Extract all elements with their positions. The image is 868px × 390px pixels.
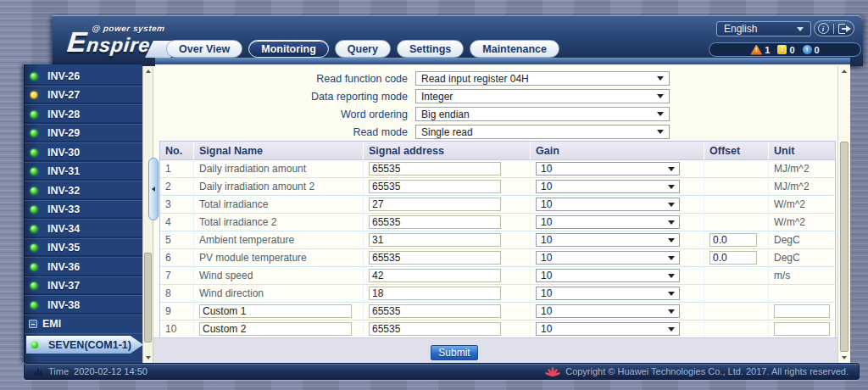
- col-header-no: No.: [160, 142, 194, 160]
- table-row: 5 Ambient temperature 10 DegC: [160, 231, 835, 249]
- language-label: English: [724, 23, 757, 35]
- row-number: 7: [165, 270, 171, 281]
- form-label: Read mode: [153, 126, 408, 138]
- sidebar-group-emi[interactable]: EMI: [25, 315, 142, 334]
- logout-icon[interactable]: [838, 24, 851, 34]
- gain-select[interactable]: 10: [536, 198, 680, 211]
- read-function-code-select[interactable]: Read input register 04H: [415, 71, 670, 86]
- sidebar-item-inv-29[interactable]: INV-29: [25, 125, 142, 144]
- sidebar-collapse-handle[interactable]: [148, 158, 159, 220]
- gain-select[interactable]: 10: [536, 180, 680, 193]
- read-mode-select[interactable]: Single read: [415, 125, 670, 139]
- signal-address-input[interactable]: [369, 198, 501, 211]
- main-scrollbar[interactable]: [837, 66, 850, 363]
- signal-address-input[interactable]: [369, 162, 501, 176]
- time-section: Time 2020-02-12 14:50: [35, 366, 147, 376]
- signal-name-input[interactable]: [199, 304, 352, 318]
- col-header-gain: Gain: [531, 142, 704, 160]
- unit-input[interactable]: [774, 304, 830, 318]
- info-icon[interactable]: i: [818, 23, 829, 34]
- unit-text: MJ/m^2: [774, 163, 810, 175]
- unit-text: DegC: [774, 252, 800, 264]
- sidebar-item-seven-com1-1[interactable]: SEVEN(COM1-1): [26, 336, 143, 354]
- form-row: Word ordering Big endian: [153, 105, 837, 123]
- collapse-minus-icon[interactable]: [29, 320, 37, 328]
- tab-settings[interactable]: Settings: [397, 40, 464, 58]
- sidebar-scrollbar-thumb[interactable]: [144, 253, 152, 343]
- scroll-up-icon[interactable]: [143, 67, 153, 75]
- offset-input[interactable]: [709, 233, 757, 247]
- sidebar-item-inv-37[interactable]: INV-37: [25, 277, 142, 297]
- tab-monitoring[interactable]: Monitoring: [248, 40, 329, 58]
- sidebar-item-inv-36[interactable]: INV-36: [25, 258, 142, 277]
- row-number: 2: [165, 181, 171, 192]
- gain-select[interactable]: 10: [536, 215, 680, 229]
- signal-address-input[interactable]: [369, 269, 501, 282]
- sidebar-item-inv-34[interactable]: INV-34: [25, 220, 142, 239]
- form-label: Word ordering: [153, 109, 408, 120]
- unit-input[interactable]: [774, 322, 830, 336]
- signal-name: Wind speed: [199, 270, 253, 281]
- word-ordering-select[interactable]: Big endian: [415, 107, 670, 121]
- minor-alarm: ! 0: [803, 45, 820, 55]
- time-value: 2020-02-12 14:50: [74, 366, 147, 376]
- sidebar-item-inv-38[interactable]: INV-38: [25, 296, 142, 315]
- table-row: 6 PV module temperature 10 DegC: [160, 249, 835, 267]
- chevron-down-icon: [668, 256, 675, 260]
- select-value: 10: [541, 287, 552, 299]
- signal-name-input[interactable]: [199, 322, 352, 336]
- scroll-down-icon[interactable]: [143, 354, 153, 362]
- language-select[interactable]: English: [716, 21, 811, 36]
- sidebar-item-inv-35[interactable]: INV-35: [25, 239, 142, 259]
- tab-strip: Over ViewMonitoringQuerySettingsMaintena…: [166, 40, 559, 58]
- gain-select[interactable]: 10: [536, 304, 680, 318]
- device-sidebar: INV-26 INV-27 INV-28 INV-29 INV-30 INV-3…: [24, 64, 142, 363]
- sidebar-item-inv-30[interactable]: INV-30: [25, 143, 142, 163]
- col-header-unit: Unit: [769, 142, 837, 160]
- signal-address-input[interactable]: [369, 322, 501, 336]
- offset-input[interactable]: [709, 251, 757, 265]
- sidebar-item-inv-28[interactable]: INV-28: [25, 105, 142, 125]
- sidebar-item-inv-27[interactable]: INV-27: [25, 86, 142, 106]
- table-row: 3 Total irradiance 10 W/m^2: [160, 196, 835, 214]
- signal-address-input[interactable]: [369, 215, 501, 229]
- signal-name: Daily irradiation amount: [199, 163, 306, 175]
- form-row: Data reporting mode Integer: [153, 87, 837, 105]
- tab-over-view[interactable]: Over View: [166, 40, 242, 58]
- signal-address-input[interactable]: [369, 180, 501, 193]
- tab-maintenance[interactable]: Maintenance: [470, 40, 559, 58]
- select-value: 10: [541, 216, 552, 228]
- unit-text: m/s: [774, 270, 790, 281]
- sidebar-item-inv-32[interactable]: INV-32: [25, 181, 142, 201]
- signal-address-input[interactable]: [369, 287, 501, 300]
- select-value: 10: [541, 163, 552, 175]
- select-value: 10: [541, 252, 552, 264]
- sidebar-item-inv-31[interactable]: INV-31: [25, 163, 142, 182]
- chevron-down-icon: [668, 274, 675, 278]
- sidebar-item-inv-33[interactable]: INV-33: [25, 201, 142, 220]
- chevron-down-icon: [657, 76, 664, 81]
- signal-address-input[interactable]: [369, 251, 501, 265]
- table-row: 10 10: [160, 320, 835, 338]
- signal-address-input[interactable]: [369, 304, 501, 318]
- status-bar: Time 2020-02-12 14:50 Copyright © Huawei…: [24, 363, 860, 380]
- scroll-up-icon[interactable]: [838, 67, 850, 75]
- table-row: 2 Daily irradiation amount 2 10 MJ/m^2: [160, 178, 835, 196]
- gain-select[interactable]: 10: [536, 162, 680, 176]
- status-dot: [31, 282, 37, 289]
- gain-select[interactable]: 10: [536, 287, 680, 300]
- gain-select[interactable]: 10: [536, 322, 680, 336]
- signal-address-input[interactable]: [369, 233, 501, 247]
- data-reporting-mode-select[interactable]: Integer: [415, 89, 670, 103]
- sidebar-item-inv-26[interactable]: INV-26: [25, 67, 142, 86]
- status-dot: [31, 302, 37, 309]
- main-scrollbar-thumb[interactable]: [840, 142, 849, 352]
- gain-select[interactable]: 10: [536, 269, 680, 282]
- tab-query[interactable]: Query: [335, 40, 391, 58]
- gain-select[interactable]: 10: [536, 233, 680, 247]
- row-number: 9: [165, 305, 171, 317]
- gain-select[interactable]: 10: [536, 251, 680, 265]
- copyright-section: Copyright © Huawei Technologies Co., Ltd…: [545, 366, 849, 377]
- scroll-down-icon[interactable]: [838, 354, 850, 362]
- submit-button[interactable]: Submit: [431, 345, 478, 360]
